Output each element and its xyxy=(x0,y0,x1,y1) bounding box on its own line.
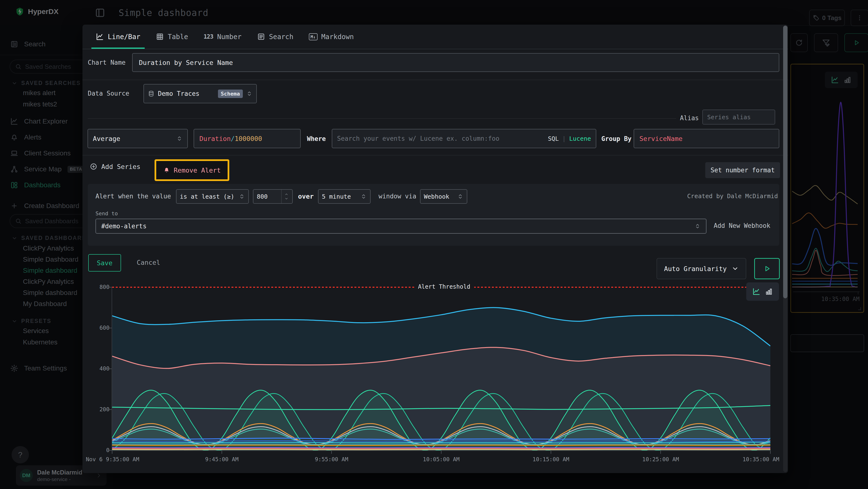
tab-markdown[interactable]: M↓Markdown xyxy=(309,25,354,49)
chevron-updown-icon xyxy=(246,90,252,97)
chart-type-toggle[interactable] xyxy=(746,282,779,301)
list-icon xyxy=(257,33,265,41)
play-icon xyxy=(763,264,771,273)
window-via-label: window via xyxy=(378,193,416,200)
granularity-value: Auto Granularity xyxy=(664,265,727,272)
group-by-label: Group By xyxy=(601,135,631,142)
add-new-webhook-link[interactable]: Add New Webhook xyxy=(714,222,770,229)
x-tick xyxy=(441,451,441,454)
language-divider: | xyxy=(562,135,566,142)
alias-label: Alias xyxy=(680,114,699,122)
x-tick-label: 10:35:00 AM xyxy=(743,456,779,462)
x-tick xyxy=(222,451,222,454)
alert-channel-value: Webhook xyxy=(424,193,449,200)
where-search-input[interactable]: Search your events w/ Lucene ex. column:… xyxy=(332,129,596,148)
x-tick-label: 9:45:00 AM xyxy=(205,456,239,462)
edit-chart-modal: Line/BarTable123NumberSearchM↓Markdown C… xyxy=(83,25,788,473)
y-tick xyxy=(109,328,112,328)
group-by-input[interactable]: ServiceName xyxy=(633,129,779,148)
tab-label: Markdown xyxy=(321,33,354,41)
expression-part: / xyxy=(231,135,235,142)
schema-badge[interactable]: Schema xyxy=(218,90,243,98)
set-number-format-button[interactable]: Set number format xyxy=(705,162,780,178)
chevron-down-icon xyxy=(732,265,739,272)
x-tick xyxy=(770,451,771,454)
x-tick xyxy=(551,451,551,454)
chart-name-input[interactable]: Duration by Service Name xyxy=(132,53,779,72)
annotation-highlight-box: Remove Alert xyxy=(155,159,229,181)
bar-chart-icon xyxy=(765,287,773,296)
where-placeholder: Search your events w/ Lucene ex. column:… xyxy=(337,135,499,142)
screen: HyperDX Simple dashboard 0 Tags Search xyxy=(0,0,868,489)
divider xyxy=(88,118,676,119)
expression-part: Duration xyxy=(199,135,231,142)
x-tick xyxy=(660,451,661,454)
chevron-updown-icon xyxy=(457,193,463,200)
alert-threshold-value: 800 xyxy=(257,193,268,200)
chart-type-tabs: Line/BarTable123NumberSearchM↓Markdown xyxy=(83,25,788,49)
granularity-select[interactable]: Auto Granularity xyxy=(656,258,746,279)
lucene-toggle[interactable]: Lucene xyxy=(569,135,591,142)
y-tick xyxy=(109,287,112,287)
y-tick-label: 800 xyxy=(99,284,110,290)
remove-alert-button[interactable]: Remove Alert xyxy=(163,167,221,174)
series-cyan-flat-1 xyxy=(112,442,770,443)
data-source-value: Demo Traces xyxy=(158,90,199,97)
y-tick xyxy=(109,450,112,451)
x-tick-label: 10:25:00 AM xyxy=(642,456,679,462)
chevron-up-icon xyxy=(284,192,289,196)
y-tick xyxy=(109,409,112,410)
over-label: over xyxy=(298,193,314,200)
alert-window-value: 5 minute xyxy=(322,193,351,200)
where-label: Where xyxy=(307,135,326,142)
number-stepper[interactable] xyxy=(281,190,289,203)
bell-icon xyxy=(163,167,170,174)
chart-name-value: Duration by Service Name xyxy=(139,59,233,66)
y-tick-label: 200 xyxy=(99,406,110,412)
markdown-icon: M↓ xyxy=(309,33,317,40)
alert-operator-select[interactable]: is at least (≥) xyxy=(176,189,249,204)
tab-search[interactable]: Search xyxy=(257,25,293,49)
y-tick-label: 400 xyxy=(99,366,110,372)
number-123-icon: 123 xyxy=(204,33,213,40)
cancel-button[interactable]: Cancel xyxy=(137,259,160,266)
tab-table[interactable]: Table xyxy=(156,25,188,49)
x-tick xyxy=(112,451,112,454)
remove-alert-label: Remove Alert xyxy=(174,167,221,174)
y-axis-labels: 0200400600800 xyxy=(92,25,110,473)
expression-part: 1000000 xyxy=(235,135,262,142)
scrollbar-thumb[interactable] xyxy=(783,26,787,298)
webhook-select[interactable]: #demo-alerts xyxy=(95,219,707,234)
tab-label: Table xyxy=(168,33,188,41)
group-by-value: ServiceName xyxy=(640,135,683,142)
duration-chart xyxy=(112,283,770,450)
chevron-updown-icon xyxy=(176,136,183,142)
series-blue-flat-2 xyxy=(112,441,770,441)
alert-channel-select[interactable]: Webhook xyxy=(420,189,467,204)
alias-placeholder: Series alias xyxy=(707,114,751,121)
line-chart-icon xyxy=(752,287,761,296)
x-tick-label: 10:05:00 AM xyxy=(423,456,460,462)
language-switch: SQL | Lucene xyxy=(548,135,591,142)
x-tick xyxy=(331,451,332,454)
database-icon xyxy=(148,90,155,97)
tab-label: Line/Bar xyxy=(108,33,140,41)
y-tick xyxy=(109,369,112,369)
alias-input[interactable]: Series alias xyxy=(702,110,775,124)
alert-window-select[interactable]: 5 minute xyxy=(318,189,371,204)
expression-input[interactable]: Duration/1000000 xyxy=(194,129,301,148)
tab-number[interactable]: 123Number xyxy=(204,25,242,49)
x-tick-label: 9:55:00 AM xyxy=(315,456,348,462)
sql-toggle[interactable]: SQL xyxy=(548,135,559,142)
alert-operator-value: is at least (≥) xyxy=(180,193,235,200)
chevron-updown-icon xyxy=(361,193,367,200)
chevron-down-icon xyxy=(284,197,289,201)
alert-threshold-input[interactable]: 800 xyxy=(253,189,293,204)
x-tick-label: 10:15:00 AM xyxy=(533,456,569,462)
data-source-select[interactable]: Demo Traces Schema xyxy=(144,84,257,103)
tab-label: Search xyxy=(269,33,293,41)
run-chart-button[interactable] xyxy=(754,258,780,279)
chevron-updown-icon xyxy=(694,223,701,229)
divider xyxy=(83,80,788,80)
series-cyan-flat-2 xyxy=(112,444,770,444)
